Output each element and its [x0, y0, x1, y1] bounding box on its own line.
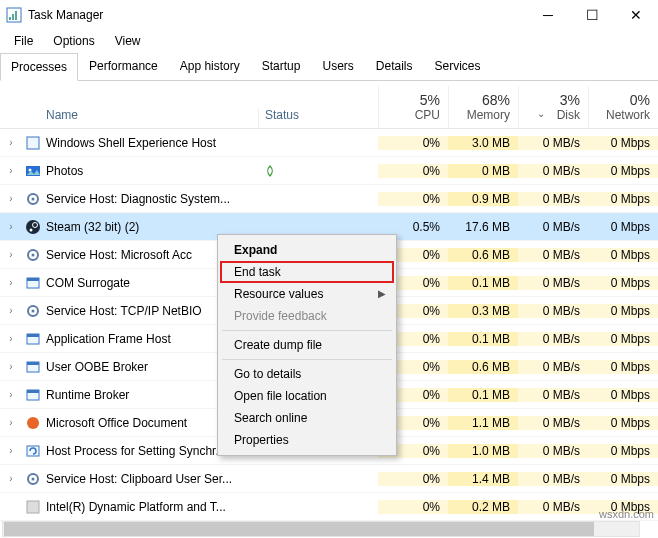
network-cell: 0 Mbps	[588, 416, 658, 430]
expand-icon[interactable]: ›	[0, 249, 22, 260]
col-header-memory[interactable]: 68% Memory	[448, 86, 518, 128]
horizontal-scrollbar[interactable]	[2, 521, 640, 537]
network-cell: 0 Mbps	[588, 276, 658, 290]
memory-cell: 0.6 MB	[448, 360, 518, 374]
disk-cell: 0 MB/s	[518, 416, 588, 430]
process-name: Photos	[44, 164, 258, 178]
menu-view[interactable]: View	[107, 32, 149, 50]
process-icon	[22, 275, 44, 291]
cpu-cell: 0%	[378, 472, 448, 486]
expand-icon[interactable]: ›	[0, 137, 22, 148]
memory-cell: 0.1 MB	[448, 388, 518, 402]
tab-details[interactable]: Details	[365, 52, 424, 80]
svg-rect-4	[27, 137, 39, 149]
expand-icon[interactable]: ›	[0, 333, 22, 344]
process-row[interactable]: ›Windows Shell Experience Host0%3.0 MB0 …	[0, 129, 658, 157]
chevron-right-icon: ▶	[378, 288, 386, 299]
scrollbar-thumb[interactable]	[4, 522, 594, 536]
process-row[interactable]: ›Photos0%0 MB0 MB/s0 Mbps	[0, 157, 658, 185]
memory-cell: 0.9 MB	[448, 192, 518, 206]
ctx-properties[interactable]: Properties	[220, 429, 394, 451]
minimize-button[interactable]: ─	[526, 0, 570, 30]
disk-cell: 0 MB/s	[518, 444, 588, 458]
expand-icon[interactable]: ›	[0, 473, 22, 484]
svg-point-17	[32, 309, 35, 312]
close-button[interactable]: ✕	[614, 0, 658, 30]
col-header-name[interactable]: Name	[44, 108, 258, 128]
expand-icon[interactable]: ›	[0, 417, 22, 428]
task-manager-icon	[6, 7, 22, 23]
column-headers: Name Status 5% CPU 68% Memory 3% Disk 0%…	[0, 81, 658, 129]
ctx-resource-values[interactable]: Resource values▶	[220, 283, 394, 305]
tab-performance[interactable]: Performance	[78, 52, 169, 80]
tab-users[interactable]: Users	[311, 52, 364, 80]
network-cell: 0 Mbps	[588, 444, 658, 458]
disk-cell: 0 MB/s	[518, 276, 588, 290]
svg-rect-3	[15, 11, 17, 20]
process-row[interactable]: ›Service Host: Clipboard User Ser...0%1.…	[0, 465, 658, 493]
tab-app-history[interactable]: App history	[169, 52, 251, 80]
maximize-button[interactable]: ☐	[570, 0, 614, 30]
network-cell: 0 Mbps	[588, 220, 658, 234]
watermark: wsxdn.com	[599, 508, 654, 520]
expand-icon[interactable]: ›	[0, 361, 22, 372]
expand-icon[interactable]: ›	[0, 221, 22, 232]
expand-icon[interactable]: ›	[0, 165, 22, 176]
network-cell: 0 Mbps	[588, 332, 658, 346]
ctx-details[interactable]: Go to details	[220, 363, 394, 385]
process-icon	[22, 247, 44, 263]
svg-rect-2	[12, 14, 14, 20]
process-name: Intel(R) Dynamic Platform and T...	[44, 500, 258, 514]
process-icon	[22, 415, 44, 431]
ctx-dump[interactable]: Create dump file	[220, 334, 394, 356]
svg-point-27	[32, 477, 35, 480]
menu-file[interactable]: File	[6, 32, 41, 50]
svg-rect-21	[27, 362, 39, 365]
network-cell: 0 Mbps	[588, 472, 658, 486]
expand-icon[interactable]: ›	[0, 305, 22, 316]
ctx-end-task[interactable]: End task	[220, 261, 394, 283]
ctx-expand[interactable]: Expand	[220, 239, 394, 261]
svg-rect-23	[27, 390, 39, 393]
process-row[interactable]: ›Service Host: Diagnostic System...0%0.9…	[0, 185, 658, 213]
tabbar: ProcessesPerformanceApp historyStartupUs…	[0, 52, 658, 81]
ctx-feedback: Provide feedback	[220, 305, 394, 327]
process-icon	[22, 303, 44, 319]
window-title: Task Manager	[28, 8, 103, 22]
ctx-search-online[interactable]: Search online	[220, 407, 394, 429]
ctx-open-location[interactable]: Open file location	[220, 385, 394, 407]
tab-processes[interactable]: Processes	[0, 53, 78, 81]
col-header-disk[interactable]: 3% Disk	[518, 86, 588, 128]
expand-icon[interactable]: ›	[0, 277, 22, 288]
memory-cell: 0.3 MB	[448, 304, 518, 318]
tab-startup[interactable]: Startup	[251, 52, 312, 80]
expand-icon[interactable]: ›	[0, 389, 22, 400]
cpu-cell: 0%	[378, 192, 448, 206]
process-name: Windows Shell Experience Host	[44, 136, 258, 150]
process-icon	[22, 191, 44, 207]
context-menu: Expand End task Resource values▶ Provide…	[217, 234, 397, 456]
disk-cell: 0 MB/s	[518, 136, 588, 150]
cpu-cell: 0.5%	[378, 220, 448, 234]
col-header-cpu[interactable]: 5% CPU	[378, 86, 448, 128]
cpu-cell: 0%	[378, 136, 448, 150]
process-icon	[22, 387, 44, 403]
disk-cell: 0 MB/s	[518, 360, 588, 374]
separator	[222, 330, 392, 331]
expand-icon[interactable]: ›	[0, 193, 22, 204]
disk-cell: 0 MB/s	[518, 248, 588, 262]
memory-cell: 1.4 MB	[448, 472, 518, 486]
process-icon	[22, 443, 44, 459]
process-name: Service Host: Clipboard User Ser...	[44, 472, 258, 486]
menu-options[interactable]: Options	[45, 32, 102, 50]
col-header-status[interactable]: Status	[258, 108, 378, 128]
tab-services[interactable]: Services	[424, 52, 492, 80]
process-icon	[22, 163, 44, 179]
expand-icon[interactable]: ›	[0, 445, 22, 456]
disk-cell: 0 MB/s	[518, 304, 588, 318]
menubar: File Options View	[0, 30, 658, 52]
process-icon	[22, 471, 44, 487]
network-cell: 0 Mbps	[588, 192, 658, 206]
process-row[interactable]: Intel(R) Dynamic Platform and T...0%0.2 …	[0, 493, 658, 521]
col-header-network[interactable]: 0% Network	[588, 86, 658, 128]
